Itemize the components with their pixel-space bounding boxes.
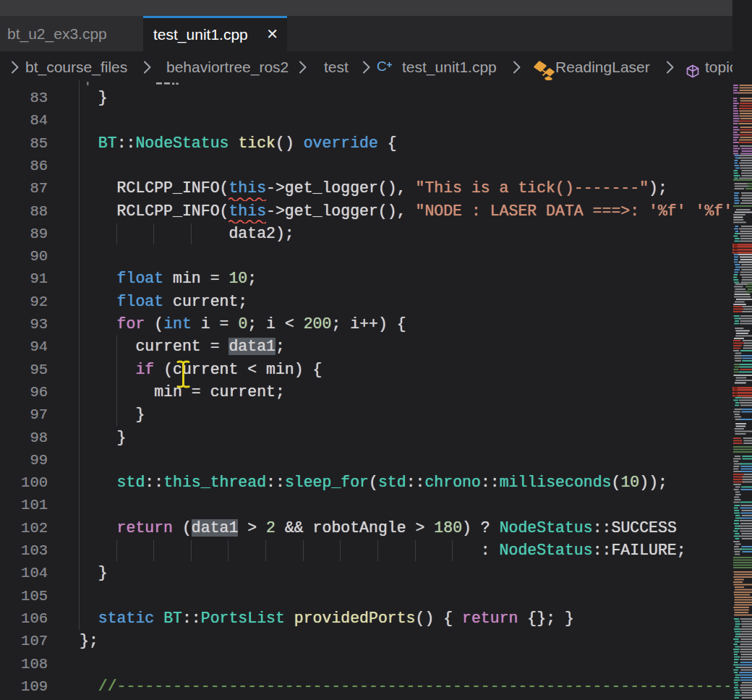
svg-text:C: C [377,59,387,74]
